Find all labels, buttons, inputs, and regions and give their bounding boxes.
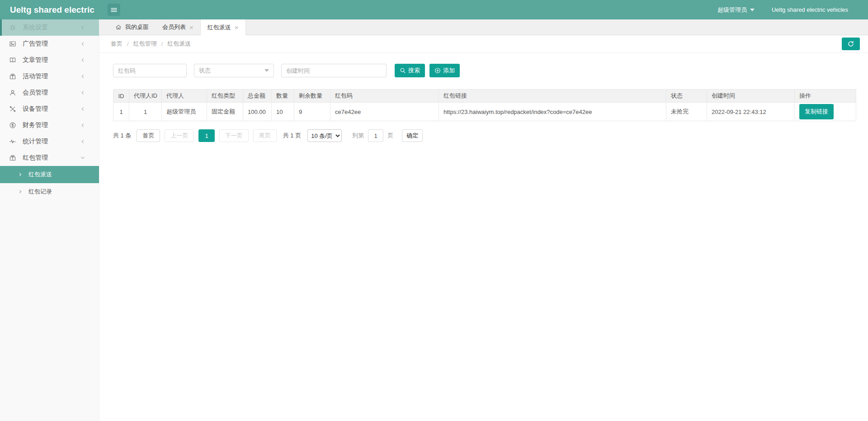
close-icon[interactable]: ×: [189, 24, 193, 31]
col-header-remaining: 剩余数量: [294, 90, 330, 103]
col-header-actions: 操作: [795, 90, 856, 103]
sidebar-item-statistics-management[interactable]: 统计管理: [0, 133, 99, 150]
sidebar-subitem-label: 红包派送: [28, 170, 52, 179]
last-page-button[interactable]: 尾页: [253, 129, 277, 142]
book-icon: [9, 57, 16, 64]
page-1-button[interactable]: 1: [198, 129, 214, 142]
breadcrumb-row: 首页 / 红包管理 / 红包派送: [99, 35, 868, 53]
col-header-id: ID: [113, 90, 129, 103]
arrow-right-icon: [18, 189, 23, 194]
next-page-button[interactable]: 下一页: [219, 129, 249, 142]
cell-agent: 超级管理员: [162, 103, 207, 121]
col-header-packet-type: 红包类型: [207, 90, 243, 103]
cell-remaining: 9: [294, 103, 330, 121]
col-header-count: 数量: [272, 90, 294, 103]
breadcrumb-redpacket-delivery[interactable]: 红包派送: [167, 40, 191, 48]
sidebar-item-label: 财务管理: [23, 121, 80, 129]
cell-link: https://23.haiwaiym.top/redpacket/index?…: [439, 103, 666, 121]
created-time-input[interactable]: [281, 64, 387, 77]
tab-my-desktop[interactable]: 我的桌面: [108, 19, 156, 35]
add-button-label: 添加: [443, 66, 455, 75]
plus-circle-icon: [434, 67, 441, 74]
table-header-row: ID 代理人ID 代理人 红包类型 总金额 数量 剩余数量 红包码 红包链接 状…: [113, 90, 856, 103]
tab-label: 我的桌面: [125, 23, 149, 31]
search-button-label: 搜索: [408, 66, 420, 75]
pagination-page-count-label: 共 1 页: [283, 132, 301, 140]
cell-total-amount: 100.00: [243, 103, 272, 121]
pagination: 共 1 条 首页 上一页 1 下一页 尾页 共 1 页 10 条/页 到第 页 …: [113, 129, 856, 142]
sidebar-item-system-settings[interactable]: 系统设置: [0, 19, 99, 36]
sidebar-item-label: 广告管理: [23, 40, 80, 48]
breadcrumb-home[interactable]: 首页: [111, 40, 123, 48]
sidebar-item-device-management[interactable]: 设备管理: [0, 101, 99, 117]
cell-packet-type: 固定金额: [207, 103, 243, 121]
copy-link-button[interactable]: 复制链接: [799, 104, 834, 119]
brand-right-text: Ueltg shared electric vehicles: [772, 6, 848, 13]
header-right: 超级管理员 Ueltg shared electric vehicles: [717, 6, 868, 14]
tools-icon: [9, 105, 16, 113]
pulse-icon: [9, 138, 16, 145]
sidebar-subitem-redpacket-delivery[interactable]: 红包派送: [0, 166, 99, 183]
breadcrumb: 首页 / 红包管理 / 红包派送: [111, 40, 191, 48]
col-header-status: 状态: [666, 90, 707, 103]
home-icon: [115, 24, 122, 30]
cell-agent-id: 1: [129, 103, 162, 121]
add-button[interactable]: 添加: [429, 64, 460, 77]
sidebar-item-article-management[interactable]: 文章管理: [0, 52, 99, 68]
search-button[interactable]: 搜索: [395, 64, 425, 77]
col-header-agent-id: 代理人ID: [129, 90, 162, 103]
user-dropdown[interactable]: 超级管理员: [717, 6, 755, 14]
cell-status-badge: 未抢完: [666, 103, 707, 121]
refresh-icon: [847, 40, 854, 47]
refresh-button[interactable]: [842, 38, 860, 50]
sidebar-subitem-label: 红包记录: [28, 188, 52, 196]
status-select[interactable]: 状态: [194, 64, 274, 77]
tab-label: 会员列表: [162, 23, 186, 31]
col-header-agent: 代理人: [162, 90, 207, 103]
sidebar-subitem-redpacket-records[interactable]: 红包记录: [0, 183, 99, 200]
breadcrumb-redpacket-management[interactable]: 红包管理: [133, 40, 157, 48]
chevron-down-icon: [80, 155, 85, 161]
sidebar-item-label: 设备管理: [23, 105, 80, 113]
tab-member-list[interactable]: 会员列表 ×: [156, 19, 200, 35]
prev-page-button[interactable]: 上一页: [165, 129, 194, 142]
arrow-right-icon: [18, 172, 23, 177]
main-area: 我的桌面 会员列表 × 红包派送 × 首页 / 红包管理 / 红包派送: [99, 19, 868, 421]
sidebar-item-activity-management[interactable]: 活动管理: [0, 68, 99, 85]
sidebar: 系统设置 广告管理 文章管理 活动管理: [0, 19, 99, 421]
chevron-left-icon: [80, 74, 85, 79]
user-icon: [9, 89, 16, 96]
app-title: Ueltg shared electric: [0, 5, 99, 15]
cell-id: 1: [113, 103, 129, 121]
sidebar-item-label: 红包管理: [23, 154, 80, 162]
top-header: Ueltg shared electric 超级管理员 Ueltg shared…: [0, 0, 868, 19]
cell-code: ce7e42ee: [330, 103, 439, 121]
table-row: 1 1 超级管理员 固定金额 100.00 10 9 ce7e42ee http…: [113, 103, 856, 121]
sidebar-item-label: 文章管理: [23, 56, 80, 64]
sidebar-item-redpacket-management[interactable]: 红包管理: [0, 150, 99, 166]
chevron-left-icon: [80, 41, 85, 47]
per-page-select[interactable]: 10 条/页: [307, 129, 342, 142]
tab-label: 红包派送: [208, 24, 231, 32]
sidebar-item-ad-management[interactable]: 广告管理: [0, 36, 99, 52]
redpacket-code-input[interactable]: [113, 64, 187, 77]
sidebar-toggle-button[interactable]: [108, 4, 120, 16]
status-select-placeholder: 状态: [199, 66, 211, 75]
goto-page-input[interactable]: [368, 129, 383, 142]
cell-actions: 复制链接: [795, 103, 856, 121]
gear-icon: [9, 24, 16, 31]
cell-created-at: 2022-09-21 22:43:12: [707, 103, 795, 121]
tab-redpacket-delivery[interactable]: 红包派送 ×: [200, 19, 246, 35]
close-icon[interactable]: ×: [235, 24, 239, 31]
caret-down-icon: [264, 69, 269, 72]
confirm-button[interactable]: 确定: [402, 129, 423, 142]
chevron-left-icon: [80, 90, 85, 95]
first-page-button[interactable]: 首页: [137, 129, 160, 142]
sidebar-item-finance-management[interactable]: 财务管理: [0, 117, 99, 133]
chevron-left-icon: [80, 25, 85, 30]
chevron-left-icon: [80, 123, 85, 128]
sidebar-item-member-management[interactable]: 会员管理: [0, 85, 99, 101]
tab-bar: 我的桌面 会员列表 × 红包派送 ×: [99, 19, 868, 35]
cell-count: 10: [272, 103, 294, 121]
col-header-link: 红包链接: [439, 90, 666, 103]
